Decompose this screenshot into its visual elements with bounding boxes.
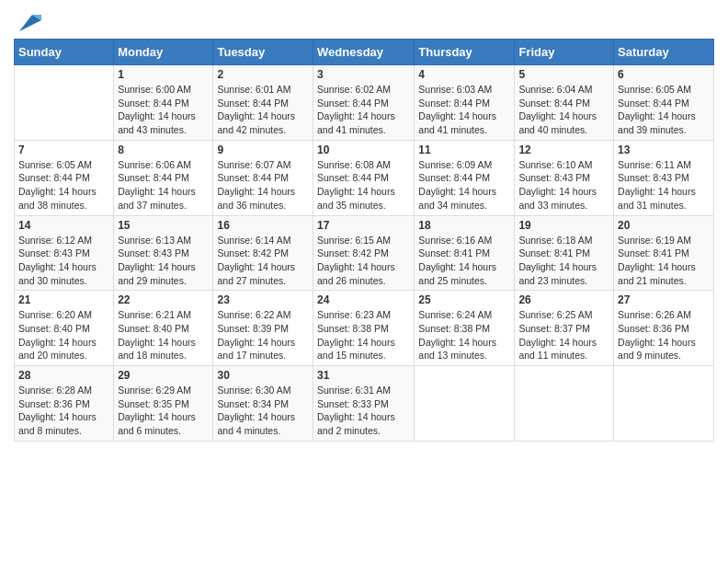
day-number: 30 <box>217 369 309 382</box>
day-info: Sunrise: 6:23 AMSunset: 8:38 PMDaylight:… <box>317 308 410 362</box>
day-number: 9 <box>217 144 309 156</box>
calendar-cell <box>15 65 114 141</box>
day-info: Sunrise: 6:03 AMSunset: 8:44 PMDaylight:… <box>418 83 510 137</box>
calendar-cell: 13Sunrise: 6:11 AMSunset: 8:43 PMDayligh… <box>614 140 714 215</box>
day-info: Sunrise: 6:04 AMSunset: 8:44 PMDaylight:… <box>518 83 609 137</box>
day-header-sunday: Sunday <box>15 40 114 65</box>
day-number: 29 <box>118 369 209 382</box>
day-info: Sunrise: 6:25 AMSunset: 8:37 PMDaylight:… <box>518 308 609 362</box>
calendar-cell: 18Sunrise: 6:16 AMSunset: 8:41 PMDayligh… <box>415 215 515 291</box>
calendar-cell: 24Sunrise: 6:23 AMSunset: 8:38 PMDayligh… <box>313 291 415 366</box>
calendar-cell: 19Sunrise: 6:18 AMSunset: 8:41 PMDayligh… <box>515 215 614 291</box>
day-number: 14 <box>18 219 109 232</box>
day-info: Sunrise: 6:05 AMSunset: 8:44 PMDaylight:… <box>18 158 109 213</box>
day-number: 21 <box>18 293 109 306</box>
day-number: 4 <box>418 68 510 81</box>
day-info: Sunrise: 6:13 AMSunset: 8:43 PMDaylight:… <box>118 234 209 288</box>
day-info: Sunrise: 6:22 AMSunset: 8:39 PMDaylight:… <box>217 308 309 362</box>
calendar-cell: 3Sunrise: 6:02 AMSunset: 8:44 PMDaylight… <box>313 65 415 141</box>
day-number: 28 <box>18 369 109 382</box>
day-header-friday: Friday <box>515 40 614 65</box>
day-info: Sunrise: 6:18 AMSunset: 8:41 PMDaylight:… <box>518 234 609 288</box>
day-number: 26 <box>518 293 609 306</box>
calendar-week-5: 28Sunrise: 6:28 AMSunset: 8:36 PMDayligh… <box>15 366 714 442</box>
day-header-thursday: Thursday <box>415 40 515 65</box>
calendar-week-3: 14Sunrise: 6:12 AMSunset: 8:43 PMDayligh… <box>15 215 714 291</box>
day-number: 6 <box>618 68 710 81</box>
day-number: 17 <box>317 219 410 232</box>
calendar-cell: 22Sunrise: 6:21 AMSunset: 8:40 PMDayligh… <box>114 291 213 366</box>
calendar-week-2: 7Sunrise: 6:05 AMSunset: 8:44 PMDaylight… <box>15 140 714 215</box>
calendar-cell: 20Sunrise: 6:19 AMSunset: 8:41 PMDayligh… <box>614 215 714 291</box>
calendar-week-1: 1Sunrise: 6:00 AMSunset: 8:44 PMDaylight… <box>15 65 714 141</box>
day-number: 18 <box>418 219 510 232</box>
calendar-cell: 10Sunrise: 6:08 AMSunset: 8:44 PMDayligh… <box>313 140 415 215</box>
day-info: Sunrise: 6:02 AMSunset: 8:44 PMDaylight:… <box>317 83 410 137</box>
day-number: 19 <box>518 219 609 232</box>
calendar-week-4: 21Sunrise: 6:20 AMSunset: 8:40 PMDayligh… <box>15 291 714 366</box>
day-info: Sunrise: 6:30 AMSunset: 8:34 PMDaylight:… <box>217 384 309 438</box>
day-number: 13 <box>618 144 710 156</box>
calendar-cell: 11Sunrise: 6:09 AMSunset: 8:44 PMDayligh… <box>415 140 515 215</box>
calendar-cell: 25Sunrise: 6:24 AMSunset: 8:38 PMDayligh… <box>415 291 515 366</box>
calendar-cell: 14Sunrise: 6:12 AMSunset: 8:43 PMDayligh… <box>15 215 114 291</box>
day-info: Sunrise: 6:07 AMSunset: 8:44 PMDaylight:… <box>217 158 309 213</box>
calendar-header-row: SundayMondayTuesdayWednesdayThursdayFrid… <box>15 40 714 65</box>
day-number: 3 <box>317 68 410 81</box>
calendar-cell: 31Sunrise: 6:31 AMSunset: 8:33 PMDayligh… <box>313 366 415 442</box>
day-info: Sunrise: 6:28 AMSunset: 8:36 PMDaylight:… <box>18 384 109 438</box>
day-number: 27 <box>618 293 710 306</box>
header <box>14 9 714 31</box>
day-header-tuesday: Tuesday <box>213 40 313 65</box>
calendar-cell: 27Sunrise: 6:26 AMSunset: 8:36 PMDayligh… <box>614 291 714 366</box>
day-info: Sunrise: 6:09 AMSunset: 8:44 PMDaylight:… <box>418 158 510 213</box>
day-number: 25 <box>418 293 510 306</box>
calendar-cell <box>515 366 614 442</box>
calendar-cell <box>614 366 714 442</box>
day-number: 11 <box>418 144 510 156</box>
day-number: 8 <box>118 144 209 156</box>
day-info: Sunrise: 6:21 AMSunset: 8:40 PMDaylight:… <box>118 308 209 362</box>
day-info: Sunrise: 6:16 AMSunset: 8:41 PMDaylight:… <box>418 234 510 288</box>
calendar-cell: 12Sunrise: 6:10 AMSunset: 8:43 PMDayligh… <box>515 140 614 215</box>
logo <box>14 9 41 31</box>
day-header-saturday: Saturday <box>614 40 714 65</box>
calendar-cell: 1Sunrise: 6:00 AMSunset: 8:44 PMDaylight… <box>114 65 213 141</box>
day-info: Sunrise: 6:11 AMSunset: 8:43 PMDaylight:… <box>618 158 710 213</box>
day-number: 5 <box>518 68 609 81</box>
calendar-cell: 23Sunrise: 6:22 AMSunset: 8:39 PMDayligh… <box>213 291 313 366</box>
day-info: Sunrise: 6:05 AMSunset: 8:44 PMDaylight:… <box>618 83 710 137</box>
calendar-cell: 29Sunrise: 6:29 AMSunset: 8:35 PMDayligh… <box>114 366 213 442</box>
day-info: Sunrise: 6:01 AMSunset: 8:44 PMDaylight:… <box>217 83 309 137</box>
day-info: Sunrise: 6:19 AMSunset: 8:41 PMDaylight:… <box>618 234 710 288</box>
day-info: Sunrise: 6:20 AMSunset: 8:40 PMDaylight:… <box>18 308 109 362</box>
day-number: 7 <box>18 144 109 156</box>
day-info: Sunrise: 6:08 AMSunset: 8:44 PMDaylight:… <box>317 158 410 213</box>
logo-icon <box>16 9 41 35</box>
day-number: 2 <box>217 68 309 81</box>
calendar-cell: 30Sunrise: 6:30 AMSunset: 8:34 PMDayligh… <box>213 366 313 442</box>
day-info: Sunrise: 6:06 AMSunset: 8:44 PMDaylight:… <box>118 158 209 213</box>
day-header-wednesday: Wednesday <box>313 40 415 65</box>
calendar-table: SundayMondayTuesdayWednesdayThursdayFrid… <box>14 39 714 442</box>
day-info: Sunrise: 6:10 AMSunset: 8:43 PMDaylight:… <box>518 158 609 213</box>
day-info: Sunrise: 6:12 AMSunset: 8:43 PMDaylight:… <box>18 234 109 288</box>
day-number: 16 <box>217 219 309 232</box>
calendar-cell: 5Sunrise: 6:04 AMSunset: 8:44 PMDaylight… <box>515 65 614 141</box>
day-info: Sunrise: 6:29 AMSunset: 8:35 PMDaylight:… <box>118 384 209 438</box>
day-number: 20 <box>618 219 710 232</box>
calendar-cell: 6Sunrise: 6:05 AMSunset: 8:44 PMDaylight… <box>614 65 714 141</box>
day-number: 23 <box>217 293 309 306</box>
day-number: 24 <box>317 293 410 306</box>
calendar-cell: 9Sunrise: 6:07 AMSunset: 8:44 PMDaylight… <box>213 140 313 215</box>
calendar-cell: 15Sunrise: 6:13 AMSunset: 8:43 PMDayligh… <box>114 215 213 291</box>
calendar-cell: 21Sunrise: 6:20 AMSunset: 8:40 PMDayligh… <box>15 291 114 366</box>
day-number: 31 <box>317 369 410 382</box>
calendar-cell: 17Sunrise: 6:15 AMSunset: 8:42 PMDayligh… <box>313 215 415 291</box>
calendar-cell: 8Sunrise: 6:06 AMSunset: 8:44 PMDaylight… <box>114 140 213 215</box>
day-number: 22 <box>118 293 209 306</box>
calendar-cell: 28Sunrise: 6:28 AMSunset: 8:36 PMDayligh… <box>15 366 114 442</box>
day-info: Sunrise: 6:15 AMSunset: 8:42 PMDaylight:… <box>317 234 410 288</box>
calendar-cell: 4Sunrise: 6:03 AMSunset: 8:44 PMDaylight… <box>415 65 515 141</box>
calendar-cell: 7Sunrise: 6:05 AMSunset: 8:44 PMDaylight… <box>15 140 114 215</box>
